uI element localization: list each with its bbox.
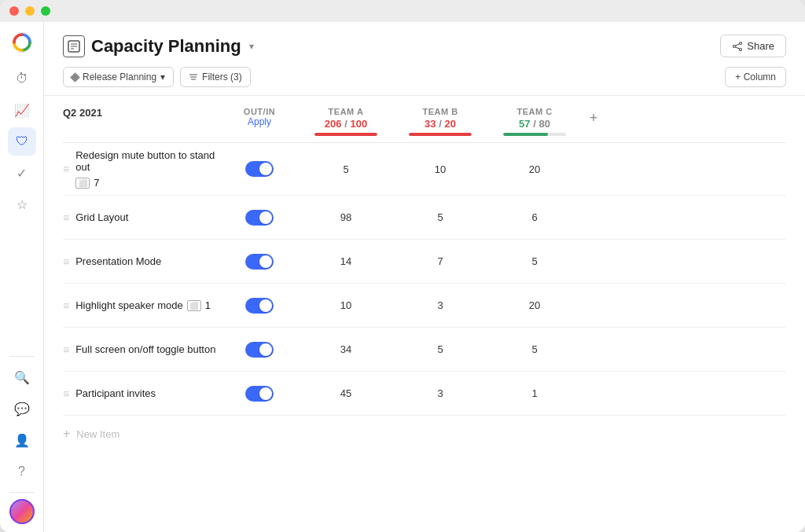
drag-handle-icon: ≡ [63, 163, 69, 175]
row-name: Redesign mute button to stand out ⬜7 [75, 149, 220, 189]
team-b-cell: 3 [393, 299, 487, 311]
new-item-plus-icon: + [63, 427, 70, 441]
title-chevron-icon: ▾ [249, 41, 254, 52]
toggle-knob [259, 387, 272, 400]
row-name: Participant invites [75, 387, 156, 399]
toggle-knob [259, 343, 272, 356]
release-planning-chevron-icon: ▾ [160, 72, 165, 83]
team-a-cell: 98 [299, 211, 393, 223]
toggle-knob [259, 211, 272, 224]
quarter-label: Q2 2021 [63, 107, 220, 119]
add-column-label: + Column [735, 72, 776, 83]
table-row: ≡ Grid Layout 98 5 6 [63, 196, 786, 240]
drag-handle-icon: ≡ [63, 299, 69, 312]
team-a-cell: 10 [299, 299, 393, 311]
quarter-header: Q2 2021 OUT/IN Apply TEAM A 206 / [63, 96, 786, 143]
table-row: ≡ Presentation Mode 14 7 5 [63, 240, 786, 284]
minimize-button[interactable] [25, 6, 35, 16]
sidebar-item-star[interactable]: ☆ [8, 190, 36, 218]
page-title: Capacity Planning [91, 36, 241, 57]
row-name: Full screen on/off toggle button [75, 343, 215, 355]
image-badge: ⬜ [75, 178, 90, 189]
svg-point-5 [740, 42, 742, 44]
team-a-header: TEAM A 206 / 100 [299, 107, 393, 136]
page-header: Capacity Planning ▾ Share [44, 22, 805, 96]
close-button[interactable] [9, 6, 19, 16]
toggle-cell [220, 386, 299, 402]
team-a-cell: 5 [299, 163, 393, 175]
row-toggle[interactable] [245, 342, 274, 358]
row-toggle[interactable] [245, 298, 274, 314]
team-a-cell: 45 [299, 387, 393, 399]
toggle-cell [220, 298, 299, 314]
svg-point-6 [733, 45, 736, 47]
apply-link[interactable]: Apply [220, 116, 299, 127]
row-toggle[interactable] [245, 254, 274, 270]
sidebar-item-help[interactable]: ? [8, 457, 36, 486]
toggle-knob [259, 163, 272, 175]
share-label: Share [747, 40, 774, 52]
sidebar-item-chat[interactable]: 💬 [8, 394, 36, 423]
filters-button[interactable]: Filters (3) [180, 67, 251, 87]
filters-label: Filters (3) [202, 72, 242, 83]
new-item-row[interactable]: + New Item [63, 416, 786, 452]
team-a-cell: 34 [299, 343, 393, 355]
row-toggle[interactable] [245, 386, 274, 402]
toggle-cell [220, 210, 299, 226]
team-b-cell: 7 [393, 255, 487, 267]
toggle-knob [259, 255, 272, 268]
user-avatar[interactable] [9, 499, 35, 524]
table-row: ≡ Redesign mute button to stand out ⬜7 5… [63, 143, 786, 196]
toggle-knob [259, 299, 272, 312]
table-row: ≡ Highlight speaker mode ⬜1 10 3 20 [63, 284, 786, 328]
app-window: ⏱ 📈 🛡 ✓ ☆ 🔍 💬 👤 ? [0, 0, 805, 532]
team-b-cell: 3 [393, 387, 487, 399]
drag-handle-icon: ≡ [63, 255, 69, 268]
sidebar-divider [9, 356, 35, 357]
share-button[interactable]: Share [720, 35, 786, 57]
app-logo [9, 30, 35, 55]
team-c-cell: 1 [487, 387, 582, 399]
sidebar-item-check[interactable]: ✓ [8, 159, 36, 187]
team-c-cell: 20 [487, 299, 582, 311]
new-item-label: New Item [76, 428, 119, 440]
team-c-cell: 5 [487, 343, 582, 355]
out-in-column-header: OUT/IN Apply [220, 107, 299, 127]
svg-line-8 [736, 43, 740, 45]
sidebar-item-shield[interactable]: 🛡 [8, 127, 36, 156]
drag-handle-icon: ≡ [63, 343, 69, 356]
title-bar [0, 0, 805, 22]
image-badge: ⬜ [187, 300, 201, 311]
team-c-cell: 6 [487, 211, 582, 223]
page-icon [63, 35, 85, 57]
table-row: ≡ Full screen on/off toggle button 34 5 … [63, 328, 786, 372]
content-area: Q2 2021 OUT/IN Apply TEAM A 206 / [44, 96, 805, 532]
team-b-header: TEAM B 33 / 20 [393, 107, 487, 136]
sidebar-item-activity[interactable]: ⏱ [8, 64, 36, 93]
row-name: Presentation Mode [75, 255, 161, 267]
release-planning-button[interactable]: Release Planning ▾ [63, 67, 174, 87]
drag-handle-icon: ≡ [63, 211, 69, 224]
image-count: 7 [94, 177, 99, 189]
row-name: Grid Layout [75, 211, 128, 223]
toggle-cell [220, 342, 299, 358]
add-column-button[interactable]: + Column [725, 67, 786, 87]
image-count: 1 [205, 299, 211, 311]
maximize-button[interactable] [41, 6, 50, 16]
add-team-button[interactable]: + [582, 110, 605, 127]
sidebar: ⏱ 📈 🛡 ✓ ☆ 🔍 💬 👤 ? [0, 22, 44, 532]
svg-point-7 [740, 48, 742, 50]
sidebar-item-search[interactable]: 🔍 [8, 363, 36, 391]
sidebar-divider-2 [9, 492, 35, 493]
team-a-cell: 14 [299, 255, 393, 267]
sidebar-item-person[interactable]: 👤 [8, 426, 36, 454]
row-toggle[interactable] [245, 161, 274, 177]
toggle-cell [220, 254, 299, 270]
svg-line-9 [736, 46, 740, 48]
row-toggle[interactable] [245, 210, 274, 226]
table-row: ≡ Participant invites 45 3 1 [63, 372, 786, 416]
sidebar-item-chart[interactable]: 📈 [8, 96, 36, 124]
team-b-cell: 5 [393, 343, 487, 355]
main-content: Capacity Planning ▾ Share [44, 22, 805, 532]
release-planning-label: Release Planning [83, 72, 156, 83]
